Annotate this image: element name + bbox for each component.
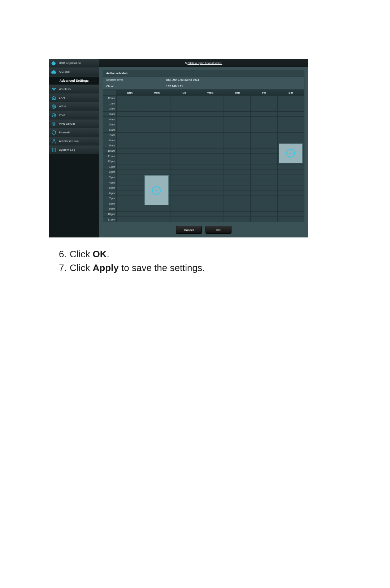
day-column-sun[interactable]: Sun <box>116 90 143 222</box>
schedule-slot[interactable] <box>170 169 197 175</box>
schedule-slot[interactable] <box>197 111 224 117</box>
sidebar-item-lan[interactable]: LAN <box>49 94 99 102</box>
schedule-slot[interactable] <box>251 111 277 117</box>
schedule-slot[interactable] <box>170 211 197 217</box>
schedule-slot[interactable] <box>251 169 277 175</box>
schedule-slot[interactable] <box>117 211 143 217</box>
schedule-slot[interactable] <box>224 111 250 117</box>
schedule-slot[interactable] <box>197 196 224 201</box>
schedule-slot[interactable] <box>224 116 250 122</box>
schedule-slot[interactable] <box>224 95 250 101</box>
schedule-slot[interactable] <box>224 196 250 201</box>
schedule-slot[interactable] <box>224 175 250 180</box>
sidebar-item-aicloud[interactable]: AiCloud <box>49 68 99 76</box>
schedule-slot[interactable] <box>278 185 304 190</box>
schedule-slot[interactable] <box>197 153 224 159</box>
schedule-slot[interactable] <box>224 106 250 111</box>
schedule-slot[interactable] <box>278 106 304 111</box>
schedule-slot[interactable] <box>197 95 224 101</box>
schedule-slot[interactable] <box>143 138 170 143</box>
schedule-slot[interactable] <box>278 196 304 201</box>
schedule-slot[interactable] <box>117 106 143 111</box>
schedule-slot[interactable] <box>251 153 277 159</box>
schedule-slot[interactable] <box>251 190 277 196</box>
schedule-slot[interactable] <box>197 175 224 180</box>
schedule-slot[interactable] <box>117 122 143 127</box>
day-column-thu[interactable]: Thu <box>224 90 250 222</box>
schedule-slot[interactable] <box>117 138 143 143</box>
schedule-slot[interactable] <box>197 211 224 217</box>
schedule-slot[interactable] <box>117 95 143 101</box>
sidebar-item-system-log[interactable]: System Log <box>49 146 99 154</box>
schedule-slot[interactable] <box>170 216 197 222</box>
schedule-slot[interactable] <box>170 196 197 201</box>
schedule-slot[interactable] <box>143 116 170 122</box>
schedule-slot[interactable] <box>278 127 304 132</box>
tutorial-video-link[interactable]: Click to open tutorial video. <box>187 61 222 65</box>
schedule-slot[interactable] <box>251 159 277 164</box>
schedule-slot[interactable] <box>170 175 197 180</box>
schedule-slot[interactable] <box>197 201 224 206</box>
schedule-slot[interactable] <box>170 164 197 169</box>
schedule-slot[interactable] <box>224 101 250 106</box>
schedule-slot[interactable] <box>278 201 304 206</box>
schedule-slot[interactable] <box>224 122 250 127</box>
schedule-slot[interactable] <box>197 138 224 143</box>
schedule-slot[interactable] <box>251 201 277 206</box>
ok-button[interactable]: OK <box>205 226 231 234</box>
schedule-selection[interactable] <box>279 143 303 163</box>
schedule-slot[interactable] <box>224 138 250 143</box>
schedule-slot[interactable] <box>143 153 170 159</box>
schedule-slot[interactable] <box>278 111 304 117</box>
schedule-slot[interactable] <box>143 95 170 101</box>
schedule-slot[interactable] <box>170 116 197 122</box>
schedule-slot[interactable] <box>143 148 170 154</box>
sidebar-item-firewall[interactable]: Firewall <box>49 128 99 137</box>
schedule-slot[interactable] <box>117 175 143 180</box>
schedule-slot[interactable] <box>170 153 197 159</box>
schedule-slot[interactable] <box>117 196 143 201</box>
schedule-slot[interactable] <box>251 132 277 138</box>
schedule-slot[interactable] <box>251 106 277 111</box>
schedule-slot[interactable] <box>251 138 277 143</box>
schedule-slot[interactable] <box>170 101 197 106</box>
sidebar-item-wan[interactable]: WAN <box>49 102 99 111</box>
schedule-slot[interactable] <box>117 206 143 211</box>
schedule-slot[interactable] <box>197 106 224 111</box>
schedule-slot[interactable] <box>278 116 304 122</box>
schedule-slot[interactable] <box>197 143 224 148</box>
schedule-slot[interactable] <box>251 101 277 106</box>
schedule-slot[interactable] <box>170 127 197 132</box>
schedule-slot[interactable] <box>197 190 224 196</box>
schedule-slot[interactable] <box>170 95 197 101</box>
schedule-slot[interactable] <box>278 122 304 127</box>
schedule-slot[interactable] <box>170 159 197 164</box>
schedule-slot[interactable] <box>251 122 277 127</box>
schedule-slot[interactable] <box>117 190 143 196</box>
schedule-grid[interactable]: 12 am1 am2 am3 am4 am5 am6 am7 am8 am9 a… <box>103 90 304 222</box>
schedule-slot[interactable] <box>278 95 304 101</box>
schedule-slot[interactable] <box>117 201 143 206</box>
schedule-slot[interactable] <box>143 127 170 132</box>
schedule-slot[interactable] <box>251 211 277 217</box>
schedule-slot[interactable] <box>251 148 277 154</box>
schedule-slot[interactable] <box>251 206 277 211</box>
schedule-slot[interactable] <box>117 216 143 222</box>
schedule-slot[interactable] <box>224 159 250 164</box>
schedule-slot[interactable] <box>117 116 143 122</box>
schedule-slot[interactable] <box>278 169 304 175</box>
schedule-slot[interactable] <box>170 122 197 127</box>
schedule-slot[interactable] <box>278 138 304 143</box>
schedule-slot[interactable] <box>224 216 250 222</box>
schedule-slot[interactable] <box>143 111 170 117</box>
schedule-slot[interactable] <box>278 101 304 106</box>
schedule-slot[interactable] <box>224 164 250 169</box>
schedule-slot[interactable] <box>251 164 277 169</box>
schedule-slot[interactable] <box>251 95 277 101</box>
schedule-slot[interactable] <box>170 148 197 154</box>
schedule-slot[interactable] <box>197 122 224 127</box>
schedule-slot[interactable] <box>197 127 224 132</box>
day-column-wed[interactable]: Wed <box>197 90 224 222</box>
schedule-slot[interactable] <box>251 185 277 190</box>
schedule-slot[interactable] <box>251 127 277 132</box>
